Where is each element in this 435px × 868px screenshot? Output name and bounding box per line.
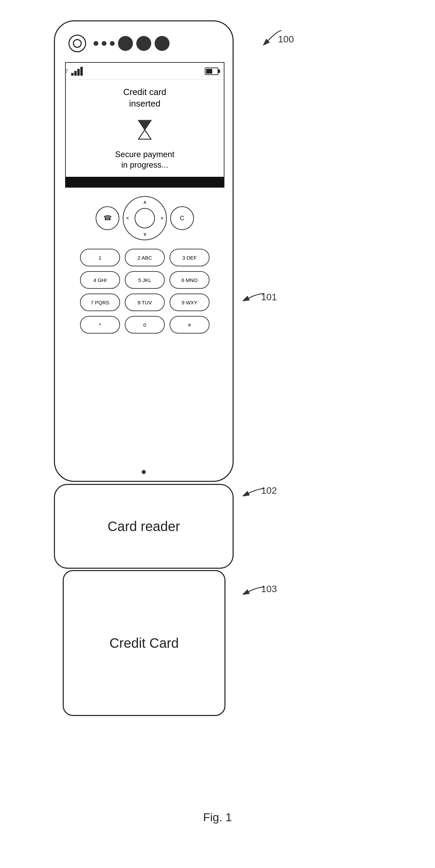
key-5[interactable]: 5 JKL (125, 271, 165, 289)
key-9[interactable]: 9 WXY (170, 294, 210, 311)
key-3[interactable]: 3 DEF (170, 249, 210, 266)
key-6[interactable]: 6 MNO (170, 271, 210, 289)
clear-button[interactable]: C (170, 206, 194, 230)
screen-text-inserted: Credit card inserted (123, 87, 166, 110)
dpad-center[interactable]: ∧ ∨ < > (123, 196, 167, 240)
dpad-left: < (126, 215, 129, 221)
key-hash[interactable]: # (170, 316, 210, 334)
hourglass-icon (136, 120, 153, 140)
screen-content: Credit card inserted Secure payment in p… (66, 80, 224, 177)
dpad-down: ∨ (143, 231, 146, 237)
key-4[interactable]: 4 GHI (80, 271, 120, 289)
status-bar (66, 63, 224, 80)
svg-marker-1 (139, 120, 151, 130)
svg-text:☎: ☎ (103, 214, 112, 222)
key-star[interactable]: * (80, 316, 120, 334)
key-0[interactable]: 0 (125, 316, 165, 334)
key-1[interactable]: 1 (80, 249, 120, 266)
phone-body: Credit card inserted Secure payment in p… (54, 20, 234, 482)
dpad-right: > (161, 215, 163, 221)
nav-area: ☎ ∧ ∨ < > C (75, 194, 214, 242)
diagram-container: Credit card inserted Secure payment in p… (0, 0, 435, 868)
key-2[interactable]: 2 ABC (125, 249, 165, 266)
battery-icon (205, 68, 218, 75)
card-reader-label: Card reader (107, 519, 180, 534)
arrow-102 (234, 485, 268, 502)
key-8[interactable]: 8 TUV (125, 294, 165, 311)
keypad: 1 2 ABC 3 DEF 4 GHI 5 JKL 6 MNO 7 PQRS 8… (74, 249, 216, 338)
card-reader: Card reader (54, 484, 234, 569)
keypad-row-3: 7 PQRS 8 TUV 9 WXY (74, 294, 216, 311)
keypad-row-4: * 0 # (74, 316, 216, 334)
dpad-ok[interactable] (135, 208, 155, 228)
arrow-100 (237, 24, 285, 51)
credit-card-label: Credit Card (110, 636, 179, 651)
key-7[interactable]: 7 PQRS (80, 294, 120, 311)
call-button[interactable]: ☎ (96, 206, 119, 230)
signal-icon (71, 67, 83, 76)
screen-black-bar (66, 177, 224, 188)
figure-label: Fig. 1 (203, 811, 232, 824)
phone-top-bar (68, 32, 221, 55)
screen-text-progress: Secure payment in progress... (115, 149, 175, 170)
camera-icon (68, 35, 86, 52)
phone-screen: Credit card inserted Secure payment in p… (65, 62, 224, 188)
keypad-row-1: 1 2 ABC 3 DEF (74, 249, 216, 266)
credit-card: Credit Card (63, 570, 225, 716)
keypad-row-2: 4 GHI 5 JKL 6 MNO (74, 271, 216, 289)
phone-bottom-dot (142, 470, 146, 474)
arrow-103 (234, 584, 268, 601)
arrow-101 (234, 290, 268, 307)
phone-call-icon: ☎ (102, 213, 113, 224)
dpad-up: ∧ (143, 200, 146, 205)
speaker-dots (94, 36, 170, 51)
